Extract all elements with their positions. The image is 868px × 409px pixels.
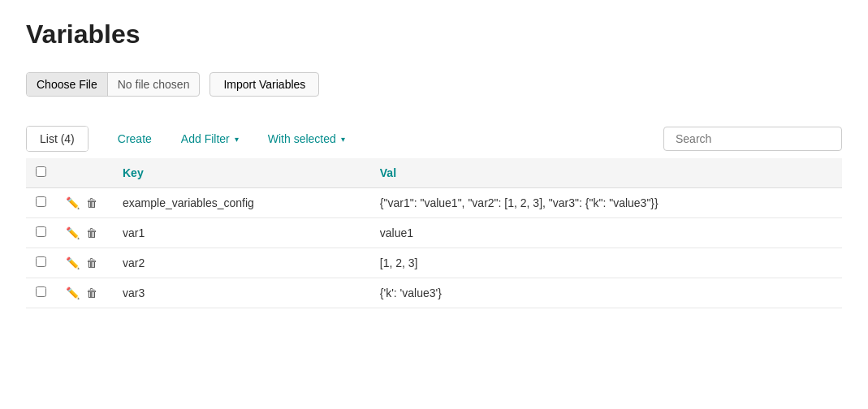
row-actions-cell: ✏️ 🗑 (56, 188, 113, 218)
row-checkbox[interactable] (36, 196, 46, 207)
row-val: [1, 2, 3] (370, 248, 842, 278)
actions-header (56, 158, 113, 188)
row-val: value1 (370, 218, 842, 248)
row-key: var3 (113, 278, 370, 308)
edit-icon[interactable]: ✏️ (66, 196, 80, 209)
toolbar: List (4) Create Add Filter ▾ With select… (26, 119, 842, 158)
row-actions-cell: ✏️ 🗑 (56, 278, 113, 308)
table-row: ✏️ 🗑 var2 [1, 2, 3] (26, 248, 842, 278)
search-input[interactable] (663, 127, 842, 151)
table-row: ✏️ 🗑 example_variables_config {"var1": "… (26, 188, 842, 218)
row-key: var1 (113, 218, 370, 248)
search-wrap (663, 127, 842, 151)
table-row: ✏️ 🗑 var1 value1 (26, 218, 842, 248)
edit-icon[interactable]: ✏️ (66, 286, 80, 299)
row-checkbox[interactable] (36, 226, 46, 237)
add-filter-button[interactable]: Add Filter ▾ (168, 127, 252, 151)
list-tab: List (4) (26, 126, 89, 152)
no-file-label: No file chosen (108, 73, 200, 96)
delete-icon[interactable]: 🗑 (86, 196, 97, 209)
row-val: {"var1": "value1", "var2": [1, 2, 3], "v… (370, 188, 842, 218)
table-row: ✏️ 🗑 var3 {'k': 'value3'} (26, 278, 842, 308)
import-variables-button[interactable]: Import Variables (209, 72, 319, 97)
edit-icon[interactable]: ✏️ (66, 226, 80, 239)
row-val: {'k': 'value3'} (370, 278, 842, 308)
row-key: var2 (113, 248, 370, 278)
select-all-checkbox[interactable] (36, 166, 46, 177)
page-title: Variables (26, 19, 842, 50)
row-checkbox-cell (26, 188, 56, 218)
delete-icon[interactable]: 🗑 (86, 226, 97, 239)
list-tab-button[interactable]: List (4) (27, 127, 88, 151)
variables-table: Key Val ✏️ 🗑 example_variables_config {"… (26, 158, 842, 308)
file-input-wrapper: Choose File No file chosen (26, 72, 200, 97)
with-selected-chevron-icon: ▾ (341, 135, 345, 144)
row-checkbox[interactable] (36, 286, 46, 297)
with-selected-button[interactable]: With selected ▾ (255, 127, 358, 151)
row-checkbox[interactable] (36, 256, 46, 267)
row-checkbox-cell (26, 278, 56, 308)
delete-icon[interactable]: 🗑 (86, 256, 97, 269)
edit-icon[interactable]: ✏️ (66, 256, 80, 269)
create-button[interactable]: Create (105, 127, 165, 151)
delete-icon[interactable]: 🗑 (86, 286, 97, 299)
val-header: Val (370, 158, 842, 188)
choose-file-button[interactable]: Choose File (27, 73, 108, 96)
row-checkbox-cell (26, 218, 56, 248)
select-all-header (26, 158, 56, 188)
row-checkbox-cell (26, 248, 56, 278)
row-actions-cell: ✏️ 🗑 (56, 248, 113, 278)
add-filter-chevron-icon: ▾ (235, 135, 239, 144)
file-import-row: Choose File No file chosen Import Variab… (26, 72, 842, 97)
row-key: example_variables_config (113, 188, 370, 218)
key-header: Key (113, 158, 370, 188)
row-actions-cell: ✏️ 🗑 (56, 218, 113, 248)
